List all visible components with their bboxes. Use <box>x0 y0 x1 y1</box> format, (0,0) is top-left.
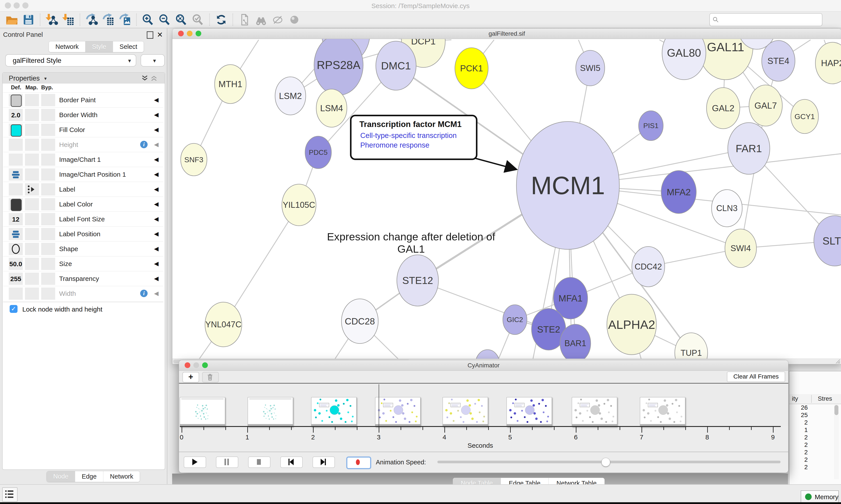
node-GCY1[interactable]: GCY1 <box>791 100 819 133</box>
export-table-button[interactable] <box>101 13 115 27</box>
expand-row-icon[interactable]: ◀ <box>154 96 159 103</box>
node-PCK1[interactable]: PCK1 <box>455 48 488 89</box>
table-vertical-scrollbar[interactable] <box>834 404 839 479</box>
animation-speed-slider[interactable] <box>437 461 781 463</box>
node-LSM2[interactable]: LSM2 <box>275 77 306 115</box>
tab-node[interactable]: Node <box>47 471 75 482</box>
node-SNF3[interactable]: SNF3 <box>181 143 207 176</box>
property-row-width[interactable]: Widthi◀ <box>3 286 163 301</box>
tab-select[interactable]: Select <box>113 41 144 52</box>
bypass-cell[interactable] <box>41 154 55 166</box>
expand-row-icon[interactable]: ◀ <box>154 141 159 148</box>
node-GAL11[interactable]: GAL11 <box>698 39 753 80</box>
show-task-history-button[interactable] <box>2 487 18 502</box>
scrollbar-thumb[interactable] <box>835 405 838 415</box>
frame-thumbnail-7[interactable] <box>572 397 617 427</box>
mapping-cell[interactable] <box>25 94 39 106</box>
info-icon[interactable]: i <box>140 141 148 148</box>
skip-to-start-button[interactable] <box>280 456 303 468</box>
node-PIS1[interactable]: PIS1 <box>639 111 663 141</box>
default-cell[interactable] <box>9 94 23 106</box>
expand-row-icon[interactable]: ◀ <box>154 215 159 222</box>
mapping-cell[interactable] <box>25 124 39 136</box>
bypass-cell[interactable] <box>41 109 55 121</box>
expand-row-icon[interactable]: ◀ <box>154 245 159 252</box>
column-divider[interactable] <box>811 395 812 403</box>
mapping-cell[interactable] <box>25 168 39 181</box>
default-cell[interactable] <box>9 139 23 151</box>
default-cell[interactable] <box>9 154 23 166</box>
tab-network[interactable]: Network <box>49 41 85 52</box>
zoom-in-button[interactable] <box>141 13 155 27</box>
node-GAL2[interactable]: GAL2 <box>706 88 740 129</box>
property-row-label-font-size[interactable]: 12Label Font Size◀ <box>3 212 163 227</box>
lock-size-checkbox[interactable]: ✓ <box>10 305 18 313</box>
node-LSM4[interactable]: LSM4 <box>316 89 347 127</box>
zoom-out-button[interactable] <box>158 13 172 27</box>
apply-preferred-layout-button[interactable] <box>214 13 228 27</box>
expand-row-icon[interactable]: ◀ <box>154 126 159 133</box>
property-row-transparency[interactable]: 255Transparency◀ <box>3 271 163 286</box>
property-row-border-paint[interactable]: Border Paint◀ <box>3 92 163 108</box>
table-cell[interactable]: 2 <box>789 442 811 449</box>
bypass-cell[interactable] <box>41 183 55 196</box>
property-row-size[interactable]: 50.0Size◀ <box>3 256 163 271</box>
annotation-box[interactable]: Transcription factor MCM1 Cell-type-spec… <box>350 115 478 160</box>
node-BOT1[interactable] <box>476 350 500 359</box>
timeline-playhead[interactable] <box>379 384 379 427</box>
node-GAL7[interactable]: GAL7 <box>749 85 782 126</box>
node-STE4[interactable]: STE4 <box>762 40 795 81</box>
tab-network[interactable]: Network <box>103 471 140 482</box>
property-row-height[interactable]: Heighti◀ <box>3 137 163 152</box>
expand-row-icon[interactable]: ◀ <box>154 260 159 267</box>
table-cell[interactable]: 1 <box>789 427 811 434</box>
memory-button[interactable]: Memory <box>801 490 839 503</box>
zoom-fit-button[interactable] <box>174 13 189 27</box>
node-MTH1[interactable]: MTH1 <box>215 65 246 104</box>
node-GIC2[interactable]: GIC2 <box>503 305 527 335</box>
node-STE12[interactable]: STE12 <box>397 255 439 306</box>
mapping-cell[interactable] <box>25 198 39 211</box>
import-network-button[interactable] <box>45 13 59 27</box>
stop-button[interactable] <box>248 456 270 468</box>
table-cell[interactable]: 25 <box>789 412 811 419</box>
default-cell[interactable] <box>9 168 23 181</box>
mapping-cell[interactable] <box>25 139 39 151</box>
bypass-cell[interactable] <box>41 94 55 106</box>
mapping-cell[interactable] <box>25 258 39 270</box>
expand-row-icon[interactable]: ◀ <box>154 111 159 118</box>
default-cell[interactable] <box>9 228 23 240</box>
property-row-border-width[interactable]: 2.0Border Width◀ <box>3 107 163 122</box>
close-panel-icon[interactable]: ✕ <box>157 31 163 39</box>
network-canvas[interactable]: RPS28BDCP1RPS28ADMC1PCK1MTH1LSM2LSM4SWI5… <box>172 39 841 359</box>
node-DMC1[interactable]: DMC1 <box>376 41 416 90</box>
mapping-cell[interactable] <box>25 213 39 225</box>
frame-thumbnail-4[interactable] <box>375 397 420 427</box>
bypass-cell[interactable] <box>41 213 55 225</box>
node-YNL047C[interactable]: YNL047C <box>205 302 242 347</box>
bypass-cell[interactable] <box>41 198 55 211</box>
node-YIL105C[interactable]: YIL105C <box>282 184 316 226</box>
play-button[interactable] <box>184 456 206 468</box>
table-cell[interactable]: 2 <box>789 449 811 456</box>
node-SWI5[interactable]: SWI5 <box>576 50 605 86</box>
expand-row-icon[interactable]: ◀ <box>154 186 159 193</box>
node-FAR1[interactable]: FAR1 <box>728 123 770 174</box>
export-image-button[interactable] <box>118 13 132 27</box>
pause-button[interactable] <box>216 456 238 468</box>
node-CDC28[interactable]: CDC28 <box>341 299 378 343</box>
property-row-label[interactable]: Label◀ <box>3 182 163 197</box>
bypass-cell[interactable] <box>41 258 55 270</box>
expand-row-icon[interactable]: ◀ <box>154 171 159 178</box>
skip-to-end-button[interactable] <box>312 456 335 468</box>
mapping-cell[interactable] <box>25 273 39 285</box>
node-SWI4[interactable]: SWI4 <box>725 229 756 268</box>
table-cell[interactable]: 2 <box>789 464 811 471</box>
style-selector[interactable]: galFiltered Style ▾ <box>5 54 136 67</box>
default-cell[interactable] <box>9 287 23 300</box>
default-cell[interactable] <box>9 124 23 136</box>
bypass-cell[interactable] <box>41 287 55 300</box>
frame-thumbnail-8[interactable] <box>640 397 685 427</box>
mapping-cell[interactable] <box>25 183 39 196</box>
expand-row-icon[interactable]: ◀ <box>154 230 159 237</box>
